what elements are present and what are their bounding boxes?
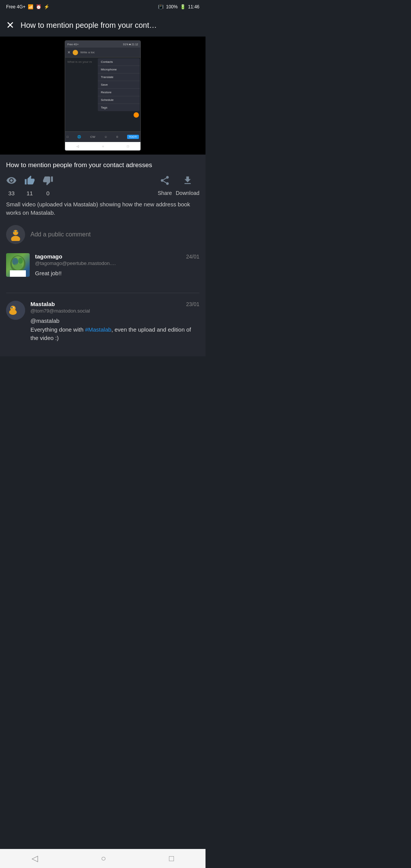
battery-icon: 🔋 [180, 4, 186, 10]
comment-header: tagomago 24/01 [35, 253, 199, 260]
video-thumbnail: Free 4G+ 91% ■ 21:12 ✕ Write a toc What … [65, 40, 141, 151]
svg-point-14 [13, 307, 14, 308]
share-icon [159, 175, 170, 188]
views-stat: 33 [6, 175, 17, 196]
comment-handle: @tom79@mastodon.social [30, 308, 199, 314]
comment-handle: @tagomago@peertube.mastodon.… [35, 260, 199, 266]
comment-username: Mastalab [30, 301, 55, 307]
nav-home-icon: ○ [102, 145, 104, 148]
eye-icon [6, 175, 17, 188]
phone-mock-nav: ◁ ○ □ [65, 142, 140, 150]
current-user-avatar [6, 225, 25, 244]
likes-count: 11 [27, 190, 33, 196]
menu-item-translate: Translate [98, 73, 140, 81]
hashtag-mastalab[interactable]: #Mastalab [85, 326, 111, 333]
vibrate-icon: 📳 [158, 4, 164, 10]
status-bar: Free 4G+ 📶 ⏰ ⚡ 📳 100% 🔋 11:46 [0, 0, 206, 14]
dislikes-stat[interactable]: 0 [43, 175, 53, 196]
signal-icon: 📶 [28, 4, 33, 10]
phone-mock-footer: □ 🌐 CW ☺ 0 TOOT! [65, 131, 140, 142]
carrier-text: Free 4G+ [6, 4, 25, 10]
menu-item-contacts: Contacts [98, 58, 140, 66]
svg-point-2 [13, 231, 14, 232]
svg-point-7 [18, 258, 23, 264]
video-player[interactable]: Free 4G+ 91% ■ 21:12 ✕ Write a toc What … [0, 37, 206, 155]
share-action[interactable]: Share [158, 175, 172, 196]
video-title: How to mention people from your contact … [6, 161, 199, 170]
thumbs-up-icon [24, 175, 35, 188]
menu-item-tags: Tags [98, 104, 140, 111]
tagomago-avatar [6, 253, 30, 277]
comment-body: tagomago 24/01 @tagomago@peertube.mastod… [35, 253, 199, 278]
phone-mock: Free 4G+ 91% ■ 21:12 ✕ Write a toc What … [65, 41, 140, 150]
comment-header: Mastalab 23/01 [30, 301, 199, 307]
comment-text: Great job!! [35, 269, 199, 278]
usb-icon: ⚡ [44, 4, 49, 10]
battery-text: 100% [166, 4, 178, 10]
download-label: Download [176, 190, 199, 196]
phone-mock-close: ✕ [67, 50, 70, 54]
phone-mock-body: What is on your m Contacts Microphone Tr… [65, 57, 140, 131]
views-count: 33 [8, 190, 15, 196]
phone-mock-menu: Contacts Microphone Translate Save Resto… [98, 58, 140, 111]
comment-divider [6, 293, 199, 293]
time-text: 11:46 [188, 4, 199, 10]
phone-mock-header: ✕ Write a toc [65, 48, 140, 57]
comment-date: 24/01 [186, 254, 199, 260]
svg-point-0 [13, 230, 18, 235]
svg-point-12 [11, 307, 13, 308]
phone-mock-avatar [73, 50, 78, 55]
stats-row: 33 11 0 Share [6, 175, 199, 196]
status-bar-left: Free 4G+ 📶 ⏰ ⚡ [6, 4, 49, 10]
top-nav: ✕ How to mention people from your cont… [0, 14, 206, 37]
video-description: Small video (uploaded via Mastalab) show… [6, 200, 199, 217]
svg-point-1 [11, 236, 20, 241]
download-action[interactable]: Download [176, 175, 199, 196]
thumbs-down-icon [43, 175, 53, 188]
comment-body: Mastalab 23/01 @tom79@mastodon.social @m… [30, 301, 199, 343]
alarm-icon: ⏰ [36, 4, 41, 10]
phone-mock-placeholder: What is on your m [65, 59, 94, 65]
orange-dot [134, 112, 139, 118]
likes-stat[interactable]: 11 [24, 175, 35, 196]
menu-item-schedule: Schedule [98, 96, 140, 104]
svg-point-8 [13, 263, 22, 270]
comment-item: tagomago 24/01 @tagomago@peertube.mastod… [6, 253, 199, 286]
content-area: How to mention people from your contact … [0, 155, 206, 356]
svg-point-13 [9, 310, 17, 315]
close-button[interactable]: ✕ [6, 20, 14, 30]
comment-item: Mastalab 23/01 @tom79@mastodon.social @m… [6, 301, 199, 343]
menu-item-microphone: Microphone [98, 66, 140, 73]
toot-button: TOOT! [127, 135, 139, 139]
download-icon [182, 175, 193, 188]
svg-point-10 [6, 301, 25, 320]
menu-item-restore: Restore [98, 89, 140, 96]
comment-placeholder[interactable]: Add a public comment [30, 231, 91, 238]
nav-recent-icon: □ [127, 145, 129, 148]
svg-point-3 [17, 231, 18, 232]
mastalab-avatar [6, 301, 25, 320]
comment-date: 23/01 [186, 301, 199, 307]
status-bar-right: 📳 100% 🔋 11:46 [158, 4, 199, 10]
phone-mock-statusbar: Free 4G+ 91% ■ 21:12 [65, 41, 140, 48]
comment-input-row[interactable]: Add a public comment [6, 225, 199, 244]
phone-mock-write-label: Write a toc [80, 51, 95, 54]
share-label: Share [158, 190, 172, 196]
page-title: How to mention people from your cont… [21, 21, 199, 30]
comment-username: tagomago [35, 253, 62, 260]
comment-text: @mastalab Everything done with #Mastalab… [30, 317, 199, 343]
svg-rect-9 [10, 270, 26, 277]
dislikes-count: 0 [46, 190, 49, 196]
menu-item-save: Save [98, 81, 140, 89]
nav-back-icon: ◁ [76, 145, 79, 148]
